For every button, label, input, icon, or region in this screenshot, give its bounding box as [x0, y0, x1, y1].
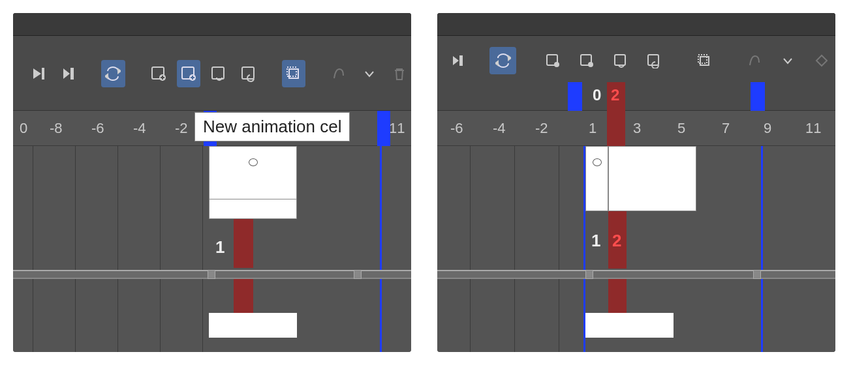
- scroll-track[interactable]: [13, 270, 411, 279]
- cel-link-button[interactable]: [207, 60, 230, 87]
- scroll-handle-end[interactable]: [354, 270, 362, 279]
- ruler-tick: 1: [589, 120, 597, 137]
- cel-block[interactable]: [209, 313, 297, 338]
- cel-thumbnail-strip[interactable]: [209, 199, 297, 219]
- loop-icon: [495, 53, 511, 68]
- svg-marker-14: [453, 56, 459, 65]
- cel-drawing-icon: [593, 158, 602, 166]
- cel-stack-button[interactable]: [690, 47, 718, 74]
- range-end-line: [380, 146, 382, 352]
- toolbar-main: [437, 36, 835, 85]
- svg-point-19: [554, 62, 559, 67]
- timeline-tracks[interactable]: 1 2: [437, 146, 835, 352]
- play-icon: [31, 66, 45, 81]
- timeline-ruler[interactable]: -6 -4 -2 1 3 5 7 9 11: [437, 111, 835, 146]
- link-cel-icon: [613, 53, 628, 68]
- ruler-tick: 11: [389, 120, 405, 137]
- ruler-tick: -6: [91, 120, 104, 137]
- svg-marker-0: [33, 68, 41, 79]
- toolbar: 0 2: [437, 13, 835, 111]
- play-button[interactable]: [26, 60, 50, 87]
- scroll-handle-end[interactable]: [753, 270, 761, 279]
- cel-unlink-button[interactable]: [237, 60, 260, 87]
- link-cel-icon: [210, 65, 227, 82]
- cel-add-button[interactable]: [146, 60, 170, 87]
- ruler-tick: -4: [493, 120, 506, 137]
- playhead-segment: [234, 279, 253, 313]
- scroll-track[interactable]: [437, 270, 835, 279]
- new-cel-icon: [545, 53, 561, 68]
- cel-thumbnail[interactable]: [608, 146, 696, 211]
- timeline-panel-right: 0 2 -6 -4 -2 1 3 5 7 9 11 1 2: [437, 13, 835, 352]
- frame-number-current: 2: [612, 231, 621, 251]
- dropdown-button[interactable]: [358, 60, 381, 87]
- svg-marker-17: [495, 61, 498, 65]
- scroll-handle-start[interactable]: [585, 270, 593, 279]
- playhead-segment: [608, 279, 627, 313]
- step-forward-icon: [451, 54, 464, 67]
- loop-button[interactable]: [489, 47, 517, 74]
- svg-rect-25: [698, 55, 707, 63]
- chevron-down-icon: [783, 55, 793, 66]
- trash-button[interactable]: [388, 60, 411, 87]
- toolbar-top-strip: [13, 13, 411, 36]
- svg-rect-10: [212, 67, 224, 79]
- loop-icon: [105, 66, 121, 81]
- range-end-marker[interactable]: [377, 111, 390, 146]
- onion-skin-button[interactable]: [741, 47, 768, 74]
- ruler-tick: 3: [633, 120, 641, 137]
- step-button[interactable]: [56, 60, 80, 87]
- svg-marker-5: [105, 74, 108, 78]
- svg-point-21: [588, 62, 593, 67]
- cel-add-button[interactable]: [539, 47, 566, 74]
- svg-marker-4: [118, 69, 121, 73]
- cel-link-button[interactable]: [607, 47, 634, 74]
- cel-thumbnail[interactable]: [209, 146, 297, 199]
- svg-rect-22: [615, 55, 625, 65]
- range-start-marker[interactable]: [568, 82, 582, 111]
- ruler-tick: 5: [677, 120, 685, 137]
- onion-skin-icon: [330, 65, 347, 82]
- onion-skin-icon: [747, 53, 762, 68]
- timeline-tracks[interactable]: 1: [13, 146, 411, 352]
- timeline-panel-left: 0 -8 -6 -4 -2 11 New animation cel 1: [13, 13, 411, 352]
- new-animation-cel-button[interactable]: [177, 60, 200, 87]
- ruler-tick: 7: [722, 120, 730, 137]
- loop-button[interactable]: [101, 60, 125, 87]
- playhead-ruler[interactable]: [607, 111, 625, 146]
- toolbar-main: [13, 36, 411, 111]
- cel-stack-button[interactable]: [282, 60, 305, 87]
- cel-stack-icon: [696, 53, 712, 68]
- new-animation-cel-button[interactable]: [573, 47, 600, 74]
- ruler-tick: 9: [764, 120, 771, 137]
- cel-drawing-icon: [249, 158, 258, 166]
- tooltip: New animation cel: [194, 112, 350, 141]
- ruler-tick: -2: [535, 120, 548, 137]
- scroll-handle-start[interactable]: [208, 270, 215, 279]
- toolbar: [13, 13, 411, 111]
- ruler-tick: -6: [450, 120, 463, 137]
- ruler-tick: 0: [20, 120, 27, 137]
- svg-rect-15: [460, 56, 462, 65]
- diamond-icon: [814, 53, 829, 68]
- cel-thumbnail[interactable]: [585, 146, 608, 211]
- svg-rect-24: [700, 57, 709, 65]
- chevron-down-icon: [364, 68, 375, 80]
- onion-skin-button[interactable]: [327, 60, 350, 87]
- ruler-tick: -4: [133, 120, 146, 137]
- dropdown-button[interactable]: [775, 47, 802, 74]
- new-cel-icon: [150, 65, 167, 82]
- range-end-marker[interactable]: [751, 82, 765, 111]
- cel-block[interactable]: [585, 313, 674, 338]
- playhead-segment: [234, 219, 253, 268]
- cel-unlink-button[interactable]: [641, 47, 668, 74]
- svg-rect-3: [71, 68, 73, 79]
- svg-rect-23: [648, 55, 659, 65]
- ruler-top-current: 2: [611, 86, 619, 104]
- toolbar-top-strip: [437, 13, 835, 36]
- new-animation-cel-icon: [180, 65, 197, 82]
- ruler-tick: -8: [50, 120, 63, 137]
- step-button[interactable]: [444, 47, 471, 74]
- svg-rect-1: [42, 68, 44, 79]
- action-button[interactable]: [808, 47, 835, 74]
